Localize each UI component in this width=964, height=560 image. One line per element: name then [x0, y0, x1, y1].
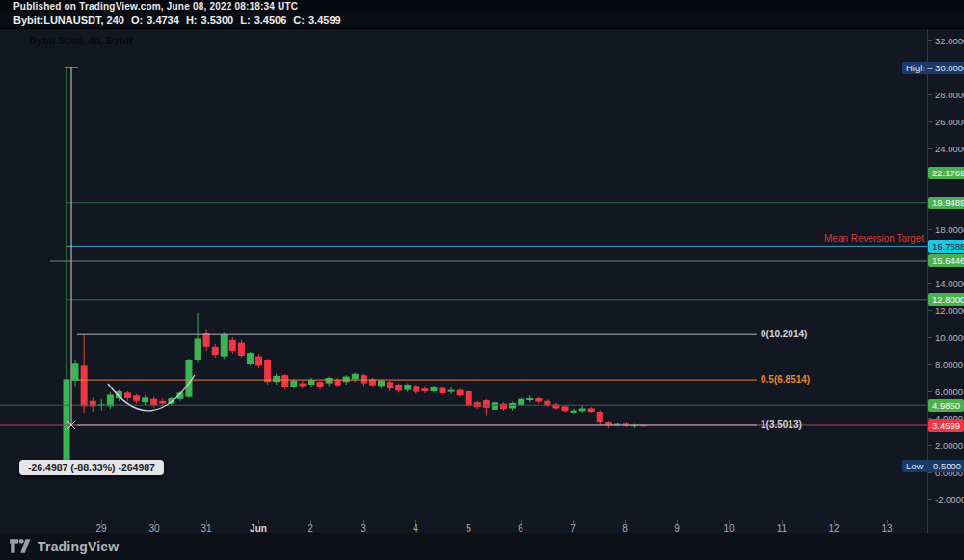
candle-body	[299, 384, 306, 387]
candle-body	[597, 412, 603, 422]
candle-body	[561, 406, 568, 411]
candle-body	[264, 360, 271, 382]
candle-body	[195, 338, 201, 360]
price-tick-label: 24.0000	[935, 144, 964, 154]
candle-body	[448, 390, 455, 392]
price-tick-label: 32.0000	[935, 36, 964, 46]
price-tickmark	[928, 391, 932, 392]
price-tickmark	[928, 310, 932, 311]
symbol-name[interactable]: Bybit:LUNAUSDT, 240	[13, 14, 124, 26]
candle-body	[326, 378, 333, 384]
high-label: H:	[186, 14, 198, 26]
candle-body	[466, 391, 472, 406]
close-label: C:	[293, 14, 305, 26]
price-tickmark	[928, 499, 932, 500]
open-value: 3.4734	[147, 14, 179, 26]
candle-body	[290, 381, 297, 387]
candle-body	[457, 390, 464, 396]
price-tick-label: 26.0000	[935, 117, 964, 127]
candle-body	[133, 395, 140, 401]
candle-body	[500, 404, 507, 410]
low-label: L:	[240, 14, 250, 26]
time-axis[interactable]: 293031Jun2345678910111213	[0, 520, 927, 534]
tradingview-logo[interactable]: TradingView	[10, 538, 119, 554]
price-tickmark	[928, 148, 932, 149]
candle-body	[247, 353, 254, 364]
price-tick-label: 0.0000	[935, 467, 963, 478]
candle-body	[72, 363, 79, 381]
footer-bar: TradingView	[0, 533, 964, 560]
candle-body	[81, 365, 88, 406]
candle-body	[221, 334, 228, 356]
candle-body	[335, 380, 341, 386]
price-tickmark	[928, 337, 932, 338]
candle-body	[395, 385, 402, 390]
tradingview-logo-icon	[10, 538, 31, 554]
price-tick-label: 12.0000	[935, 306, 964, 316]
candle-body	[518, 399, 524, 405]
price-tick-label: 6.0000	[935, 387, 963, 397]
price-tickmark	[928, 229, 932, 230]
candle-body	[387, 382, 393, 388]
candle-body	[352, 374, 359, 380]
candle-body	[378, 381, 385, 387]
candle-body	[229, 340, 236, 351]
price-tick-label: 18.0000	[935, 225, 964, 235]
candle-body	[361, 375, 367, 383]
candle-body	[107, 395, 114, 407]
candle-body	[212, 347, 219, 355]
candle-body	[404, 385, 411, 390]
candle-body	[492, 402, 498, 410]
price-tickmark	[928, 40, 932, 41]
candle-body	[281, 375, 288, 387]
candle-body	[588, 409, 595, 413]
published-banner: Published on TradingView.com, June 08, 2…	[0, 0, 964, 13]
price-tick-label: 8.0000	[935, 360, 963, 370]
symbol-info-bar: Bybit:LUNAUSDT, 240 O:3.4734 H:3.5300 L:…	[0, 13, 964, 28]
price-tickmark	[928, 364, 932, 365]
candle-body	[273, 376, 280, 382]
candle-body	[124, 392, 131, 398]
candle-body	[413, 386, 419, 391]
price-tickmark	[928, 121, 932, 122]
candle-body	[421, 388, 428, 391]
candle-body	[142, 397, 148, 402]
price-tick-label: 10.0000	[935, 333, 964, 343]
candle-body	[440, 388, 446, 394]
price-tickmark	[928, 472, 932, 473]
high-value: 3.5300	[201, 14, 234, 26]
price-tick-label: 14.0000	[935, 279, 964, 289]
candlestick-canvas[interactable]	[0, 29, 927, 520]
low-value: 3.4506	[254, 14, 287, 26]
price-tickmark	[928, 283, 932, 284]
candle-body	[317, 382, 324, 387]
price-tick-label: -2.0000	[935, 494, 964, 505]
price-tickmark	[928, 445, 932, 446]
price-tick-label: 28.0000	[935, 90, 964, 100]
open-label: O:	[131, 14, 143, 26]
tradingview-chart-page: Published on TradingView.com, June 08, 2…	[0, 0, 964, 560]
price-tick-label: 4.0000	[935, 413, 963, 424]
candle-body	[483, 400, 490, 408]
price-tickmark	[928, 94, 932, 95]
candle-body	[238, 343, 245, 356]
candle-body	[526, 398, 533, 400]
candle-body	[255, 357, 262, 366]
candle-body	[571, 411, 577, 413]
candle-body	[343, 377, 350, 383]
chart-area[interactable]: Bybit Spot, 4h, Bybit 32.000028.000026.0…	[0, 28, 964, 533]
candle-body	[579, 409, 586, 412]
candle-body	[535, 398, 542, 402]
candle-body	[474, 402, 481, 407]
price-axis[interactable]: 32.000028.000026.000024.000018.000016.00…	[927, 29, 964, 534]
candle-body	[150, 399, 157, 405]
price-tickmark	[928, 256, 932, 257]
candle-body	[185, 360, 192, 397]
candle-body	[430, 387, 437, 391]
price-tickmark	[928, 418, 932, 419]
published-text: Published on TradingView.com, June 08, 2…	[13, 1, 298, 12]
candle-body	[308, 380, 314, 385]
price-tick-label: 2.0000	[935, 440, 963, 451]
close-value: 3.4599	[308, 14, 341, 26]
price-tick-label: 16.0000	[935, 252, 964, 262]
